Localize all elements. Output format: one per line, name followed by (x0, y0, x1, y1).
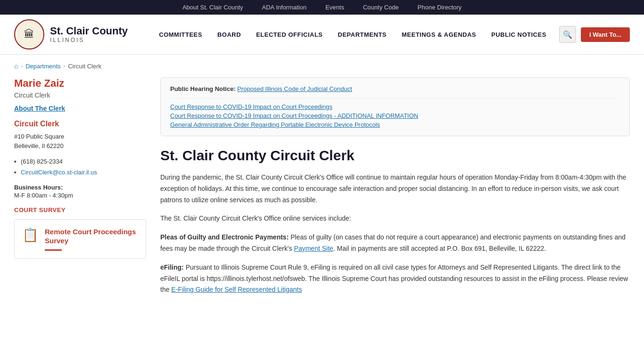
notice-box: Public Hearing Notice: Proposed Illinois… (160, 77, 630, 136)
top-bar: About St. Clair County ADA Information E… (0, 0, 644, 15)
logo-icon: 🏛 (14, 19, 44, 49)
survey-card[interactable]: 📋 Remote Court Proceedings Survey (14, 219, 146, 259)
org-state: ILLINOIS (50, 37, 128, 43)
sidebar-phone: (618) 825-2334 (14, 156, 146, 167)
nav-departments[interactable]: DEPARTMENTS (331, 27, 393, 42)
sidebar-address-line1: #10 Public Square (14, 133, 64, 140)
pleas-tail: . Mail in payments are still accepted at… (333, 245, 546, 252)
sidebar-email: CircuitClerk@co.st-clair.il.us (14, 167, 146, 178)
notice-items: Court Response to COVID-19 Impact on Cou… (170, 103, 620, 128)
breadcrumb-current: Circuit Clerk (68, 63, 101, 70)
main-nav: COMMITTEES BOARD ELECTED OFFICIALS DEPAR… (146, 27, 559, 42)
efiling-guide-link[interactable]: E-Filing Guide for Self Represented Liti… (171, 286, 302, 293)
nav-elected-officials[interactable]: ELECTED OFFICIALS (249, 27, 329, 42)
breadcrumb-sep-1: › (21, 63, 23, 69)
sidebar-address-line2: Belleville, Il 62220 (14, 142, 64, 149)
pleas-label: Pleas of Guilty and Electronic Payments: (160, 233, 289, 241)
sidebar-hours: M-F 8:00am - 4:30pm (14, 192, 146, 199)
nav-committees[interactable]: COMMITTEES (152, 27, 209, 42)
search-icon: 🔍 (563, 30, 572, 39)
court-survey-label: COURT SURVEY (14, 206, 146, 214)
main-content: Public Hearing Notice: Proposed Illinois… (160, 77, 630, 313)
body-paragraph-4: eFiling: Pursuant to Illinois Supreme Co… (160, 262, 630, 296)
sidebar-section-title: Circuit Clerk (14, 120, 146, 128)
notice-item-3[interactable]: General Administrative Order Regarding P… (170, 121, 620, 128)
survey-icon: 📋 (22, 227, 39, 243)
payment-site-link[interactable]: Payment Site (294, 245, 333, 252)
sidebar-hours-label: Business Hours: (14, 184, 146, 191)
page-title: St. Clair County Circuit Clerk (160, 148, 630, 164)
breadcrumb-departments[interactable]: Departments (25, 63, 60, 70)
header: 🏛 St. Clair County ILLINOIS COMMITTEES B… (0, 15, 644, 55)
topbar-events[interactable]: Events (325, 4, 344, 11)
efiling-label: eFiling: (160, 263, 184, 271)
sidebar-person-name: Marie Zaiz (14, 77, 146, 90)
topbar-phone-directory[interactable]: Phone Directory (418, 4, 462, 11)
notice-label: Public Hearing Notice: (170, 85, 236, 92)
org-name: St. Clair County (50, 25, 128, 37)
notice-item-1[interactable]: Court Response to COVID-19 Impact on Cou… (170, 103, 620, 110)
sidebar-contact: (618) 825-2334 CircuitClerk@co.st-clair.… (14, 156, 146, 178)
sidebar-email-link[interactable]: CircuitClerk@co.st-clair.il.us (21, 169, 97, 176)
survey-card-content: Remote Court Proceedings Survey (45, 227, 138, 251)
sidebar: Marie Zaiz Circuit Clerk About The Clerk… (14, 77, 160, 268)
nav-meetings-agendas[interactable]: MEETINGS & AGENDAS (395, 27, 483, 42)
i-want-to-button[interactable]: I Want To... (581, 27, 630, 42)
notice-header: Public Hearing Notice: Proposed Illinois… (170, 85, 620, 92)
survey-card-underline (45, 249, 62, 251)
home-icon[interactable]: ⌂ (14, 62, 18, 70)
notice-item-2[interactable]: Court Response to COVID-19 Impact on Cou… (170, 112, 620, 119)
sidebar-address: #10 Public Square Belleville, Il 62220 (14, 132, 146, 150)
content-wrapper: Marie Zaiz Circuit Clerk About The Clerk… (0, 77, 644, 313)
sidebar-person-title: Circuit Clerk (14, 91, 146, 99)
topbar-county-code[interactable]: County Code (363, 4, 399, 11)
logo-text: St. Clair County ILLINOIS (50, 25, 128, 43)
about-clerk-link[interactable]: About The Clerk (14, 105, 146, 112)
topbar-ada[interactable]: ADA Information (262, 4, 307, 11)
notice-divider (170, 98, 620, 99)
search-button[interactable]: 🔍 (559, 26, 576, 43)
header-actions: 🔍 I Want To... (559, 26, 630, 43)
body-paragraph-2: The St. Clair County Circuit Clerk's Off… (160, 213, 630, 224)
topbar-about[interactable]: About St. Clair County (182, 4, 243, 11)
logo[interactable]: 🏛 St. Clair County ILLINOIS (14, 19, 146, 49)
breadcrumb: ⌂ › Departments › Circuit Clerk (0, 55, 644, 77)
notice-link[interactable]: Proposed Illinois Code of Judicial Condu… (237, 85, 352, 92)
survey-card-title: Remote Court Proceedings Survey (45, 227, 138, 246)
body-paragraph-1: During the pandemic, the St. Clair Count… (160, 172, 630, 206)
nav-public-notices[interactable]: PUBLIC NOTICES (485, 27, 553, 42)
breadcrumb-sep-2: › (64, 63, 66, 69)
body-paragraph-3: Pleas of Guilty and Electronic Payments:… (160, 232, 630, 255)
nav-board[interactable]: BOARD (211, 27, 248, 42)
